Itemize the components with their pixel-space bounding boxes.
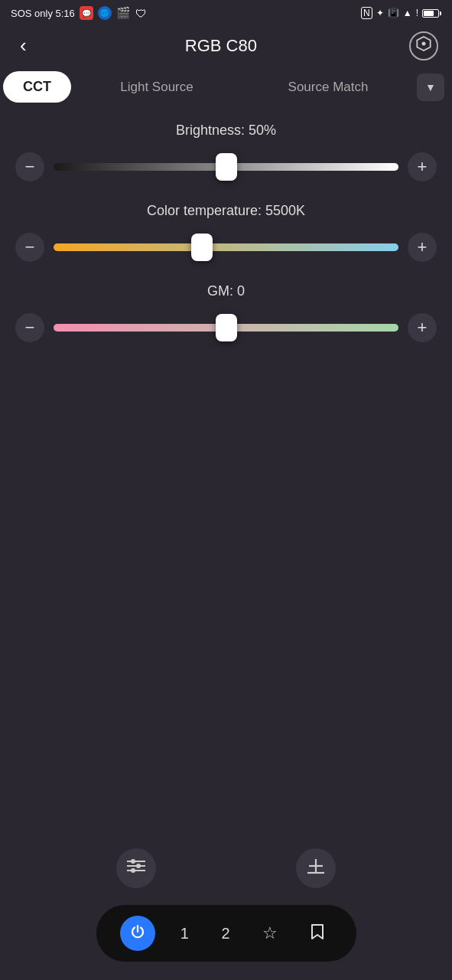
nav-1-button[interactable]: 1 (173, 920, 197, 947)
gm-plus-button[interactable]: + (408, 313, 437, 342)
bottom-nav: 1 2 ☆ (96, 905, 356, 962)
brightness-plus-button[interactable]: + (408, 152, 437, 181)
app-icon-browser: 🌐 (98, 6, 112, 20)
bookmark-icon (311, 923, 324, 944)
settings-button[interactable] (409, 31, 438, 60)
tabs-container: CCT Light Source Source Match ▼ (0, 68, 452, 106)
svg-point-1 (422, 42, 426, 46)
power-icon (129, 923, 146, 944)
wifi-icon: ▲ (403, 8, 412, 18)
brightness-slider-row: − + (15, 152, 437, 181)
back-button[interactable]: ‹ (14, 31, 33, 60)
brightness-minus-button[interactable]: − (15, 152, 44, 181)
sliders-icon (127, 858, 145, 878)
colortemp-minus-button[interactable]: − (15, 233, 44, 262)
tabs-dropdown-button[interactable]: ▼ (417, 74, 444, 101)
brightness-label: Brightness: 50% (15, 122, 437, 139)
page-title: RGB C80 (33, 36, 409, 56)
colortemp-label: Color temperature: 5500K (15, 203, 437, 219)
tab-cct[interactable]: CCT (3, 71, 71, 103)
colortemp-plus-button[interactable]: + (408, 233, 437, 262)
status-right: N ✦ 📳 ▲ ! (361, 7, 441, 19)
star-button[interactable]: ☆ (255, 919, 285, 948)
colortemp-section: Color temperature: 5500K − + (15, 203, 437, 262)
bluetooth-icon: ✦ (376, 8, 384, 18)
nfc-icon: N (361, 7, 372, 19)
add-icon (307, 858, 324, 879)
nav-1-label: 1 (180, 925, 189, 942)
colortemp-slider-wrapper (54, 234, 398, 261)
status-left: SOS only 5:16 💬 🌐 🎬 🛡 (11, 6, 147, 20)
gm-slider-wrapper (54, 314, 398, 341)
battery-indicator (422, 9, 441, 18)
settings-icon (416, 36, 431, 55)
colortemp-slider-row: − + (15, 233, 437, 262)
svg-point-7 (131, 868, 135, 873)
gm-minus-button[interactable]: − (15, 313, 44, 342)
tab-light-source[interactable]: Light Source (71, 72, 242, 103)
sliders-toolbar-button[interactable] (116, 848, 156, 888)
add-toolbar-button[interactable] (296, 848, 336, 888)
header: ‹ RGB C80 (0, 24, 452, 68)
brightness-slider-wrapper (54, 153, 398, 181)
svg-point-5 (136, 864, 141, 868)
gm-slider-row: − + (15, 313, 437, 342)
bookmark-button[interactable] (303, 919, 332, 949)
app-icon-chat: 💬 (80, 6, 93, 20)
app-icon-vpn: 🛡 (135, 7, 147, 20)
tab-source-match[interactable]: Source Match (242, 72, 414, 103)
bottom-toolbar (0, 827, 452, 903)
brightness-section: Brightness: 50% − + (15, 122, 437, 181)
nav-2-label: 2 (222, 925, 230, 942)
svg-point-3 (131, 859, 135, 864)
power-button[interactable] (120, 916, 155, 951)
app-icon-media: 🎬 (116, 6, 131, 20)
vibrate-icon: 📳 (388, 8, 399, 18)
gm-section: GM: 0 − + (15, 283, 437, 342)
status-bar: SOS only 5:16 💬 🌐 🎬 🛡 N ✦ 📳 ▲ ! (0, 0, 452, 24)
star-icon: ☆ (262, 923, 278, 943)
nav-2-button[interactable]: 2 (214, 920, 238, 947)
status-text: SOS only 5:16 (11, 8, 75, 19)
gm-label: GM: 0 (15, 283, 437, 299)
main-content: Brightness: 50% − + Color temperature: 5… (0, 110, 452, 379)
battery-warning-icon: ! (416, 8, 418, 18)
dropdown-icon: ▼ (425, 81, 436, 93)
